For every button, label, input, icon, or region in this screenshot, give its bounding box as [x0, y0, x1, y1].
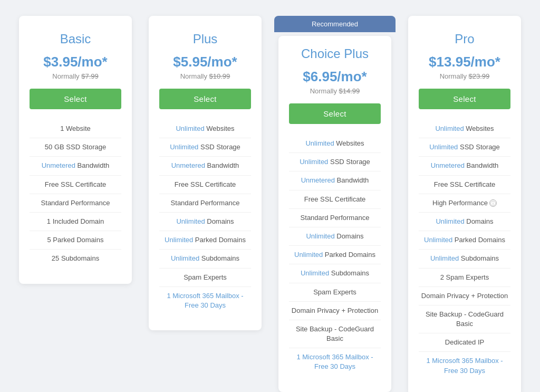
feature-item: Standard Performance	[289, 209, 381, 227]
feature-item: Unlimited Parked Domains	[419, 231, 510, 250]
feature-item: Spam Experts	[159, 269, 251, 287]
features-list-choice-plus: Unlimited WebsitesUnlimited SSD StorageU…	[289, 135, 381, 376]
feature-item: 1 Website	[30, 120, 121, 138]
select-button-plus[interactable]: Select	[159, 89, 251, 109]
feature-item: Free SSL Certificate	[419, 176, 510, 194]
feature-item: Unlimited SSD Storage	[159, 138, 251, 157]
plan-card-pro: Pro $13.95/mo* Normally $23.99 Select Un…	[408, 16, 521, 392]
feature-item: Free SSL Certificate	[159, 176, 251, 194]
plan-name-pro: Pro	[419, 32, 510, 46]
plan-price-plus: $5.95/mo*	[159, 54, 251, 70]
feature-item: Unlimited Subdomains	[159, 250, 251, 268]
plan-normal-price-plus: Normally $10.99	[159, 72, 251, 80]
feature-item: High Performanceⓘ	[419, 194, 510, 213]
feature-item: Site Backup - CodeGuard Basic	[289, 320, 381, 348]
plan-card-basic: Basic $3.95/mo* Normally $7.99 Select 1 …	[19, 16, 132, 284]
features-list-plus: Unlimited WebsitesUnlimited SSD StorageU…	[159, 120, 251, 314]
feature-item: Domain Privacy + Protection	[289, 302, 381, 320]
feature-item: Domain Privacy + Protection	[419, 287, 510, 305]
plan-name-basic: Basic	[30, 32, 121, 46]
info-icon[interactable]: ⓘ	[489, 199, 497, 207]
feature-item: Unlimited Domains	[289, 227, 381, 246]
feature-item: Unlimited Domains	[419, 213, 510, 231]
feature-item: Standard Performance	[159, 194, 251, 213]
feature-item: Free SSL Certificate	[289, 190, 381, 209]
plan-normal-price-pro: Normally $23.99	[419, 72, 510, 80]
feature-item: Unlimited Subdomains	[419, 250, 510, 268]
feature-item: 50 GB SSD Storage	[30, 138, 121, 157]
feature-item: Unmetered Bandwidth	[289, 171, 381, 190]
pricing-wrapper: Basic $3.95/mo* Normally $7.99 Select 1 …	[11, 16, 529, 392]
feature-item: 2 Spam Experts	[419, 269, 510, 287]
plan-price-choice-plus: $6.95/mo*	[289, 69, 381, 85]
plan-price-basic: $3.95/mo*	[30, 54, 121, 70]
select-button-basic[interactable]: Select	[30, 89, 121, 109]
feature-item: 1 Included Domain	[30, 213, 121, 231]
feature-item: Unlimited SSD Storage	[419, 138, 510, 157]
feature-item: Unmetered Bandwidth	[419, 157, 510, 175]
feature-item: Unlimited Websites	[159, 120, 251, 138]
plan-normal-price-basic: Normally $7.99	[30, 72, 121, 80]
features-list-basic: 1 Website50 GB SSD StorageUnmetered Band…	[30, 120, 121, 268]
feature-item: Unmetered Bandwidth	[159, 157, 251, 175]
feature-item: Unmetered Bandwidth	[30, 157, 121, 175]
feature-item: Unlimited Websites	[289, 135, 381, 153]
select-button-pro[interactable]: Select	[419, 89, 510, 109]
feature-item: Unlimited Parked Domains	[289, 246, 381, 264]
feature-item: Unlimited Websites	[419, 120, 510, 138]
feature-item: Spam Experts	[289, 283, 381, 302]
feature-item: Dedicated IP	[419, 333, 510, 352]
feature-item: Free SSL Certificate	[30, 176, 121, 194]
feature-item: 5 Parked Domains	[30, 231, 121, 250]
feature-item: Unlimited SSD Storage	[289, 153, 381, 171]
feature-item: 1 Microsoft 365 Mailbox - Free 30 Days	[289, 348, 381, 376]
feature-item: Unlimited Parked Domains	[159, 231, 251, 250]
recommended-wrapper: Recommended Choice Plus $6.95/mo* Normal…	[274, 36, 396, 392]
select-button-choice-plus[interactable]: Select	[289, 103, 381, 124]
feature-item: Site Backup - CodeGuard Basic	[419, 305, 510, 333]
feature-item: 25 Subdomains	[30, 250, 121, 267]
feature-item: Unlimited Domains	[159, 213, 251, 231]
features-list-pro: Unlimited WebsitesUnlimited SSD StorageU…	[419, 120, 510, 380]
plan-name-plus: Plus	[159, 32, 251, 46]
recommended-badge: Recommended	[274, 16, 396, 32]
feature-item: 1 Microsoft 365 Mailbox - Free 30 Days	[419, 352, 510, 379]
plan-price-pro: $13.95/mo*	[419, 54, 510, 70]
feature-item: Unlimited Subdomains	[289, 264, 381, 283]
plan-normal-price-choice-plus: Normally $14.99	[289, 87, 381, 95]
plan-name-choice-plus: Choice Plus	[289, 46, 381, 61]
feature-item: 1 Microsoft 365 Mailbox - Free 30 Days	[159, 287, 251, 314]
plan-card-choice-plus: Choice Plus $6.95/mo* Normally $14.99 Se…	[278, 36, 391, 392]
plan-card-plus: Plus $5.95/mo* Normally $10.99 Select Un…	[149, 16, 262, 330]
feature-item: Standard Performance	[30, 194, 121, 213]
